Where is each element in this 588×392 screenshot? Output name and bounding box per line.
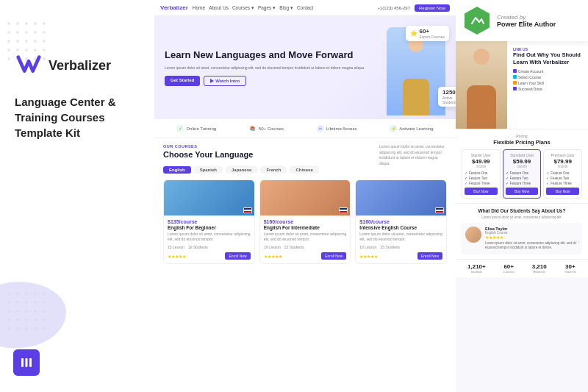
courses-section: Our Courses Choose Your Language Lorem i… (154, 138, 456, 270)
svg-rect-0 (21, 358, 24, 367)
stat-courses: 60+ Courses (503, 263, 514, 274)
course-price-2: $160/course (264, 219, 347, 224)
blob-decoration (0, 282, 66, 348)
course-footer-2: ★★★★★ Enroll Now (264, 252, 347, 260)
play-icon (210, 79, 214, 83)
watch-intro-button[interactable]: Watch Intro (204, 76, 246, 86)
pricing-title: Flexible Pricing Plans (462, 139, 582, 146)
plan-name-starter: Starter User (465, 153, 498, 157)
stat-students: 1,210+ Students (467, 263, 486, 274)
course-body-2: $160/course English For Intermediate Lor… (260, 215, 351, 263)
get-started-button[interactable]: Get Started (165, 76, 200, 86)
stats-row: 1,210+ Students 60+ Courses 3,210 Member… (456, 259, 588, 277)
nav-links: Home About Us Courses ▾ Pages ▾ Blog ▾ C… (193, 5, 373, 11)
hero-title: Learn New Languages and Move Forward (165, 49, 379, 62)
lifetime-icon: ♾ (317, 125, 324, 132)
online-tutoring-icon: ✓ (176, 125, 184, 132)
right-preview: Link Us Find Out Why You Should Learn Wi… (456, 41, 588, 392)
enroll-button-1[interactable]: Enroll Now (225, 252, 250, 260)
pricing-cards: Starter User $49.99 /month ✓Feature One … (462, 149, 582, 199)
course-image-3 (356, 180, 446, 215)
rh-feat-3: Learn Your Skill (513, 81, 582, 85)
plan-btn-standard[interactable]: Buy Now (506, 188, 539, 195)
enroll-button-2[interactable]: Enroll Now (321, 252, 346, 260)
rh-feat-1: Create Account (513, 69, 582, 74)
plan-btn-premium[interactable]: Buy Now (546, 188, 579, 195)
register-button[interactable]: Register Now (415, 4, 450, 12)
tab-chinese[interactable]: Chinese (290, 166, 318, 174)
pricing-label: Pricing (462, 134, 582, 138)
tab-japanese[interactable]: Japanese (226, 166, 257, 174)
plan-btn-starter[interactable]: Buy Now (465, 188, 498, 195)
hero-description: Lorem ipsum dolor sit amet, consectetur … (165, 65, 379, 71)
course-name-1: English For Beginner (168, 225, 251, 230)
tab-english[interactable]: English (163, 166, 191, 174)
stat-members: 3,210 Members (532, 263, 547, 274)
author-title: Power Elite Author (497, 21, 556, 28)
plan-amount-starter: $49.99 (465, 158, 498, 165)
svg-rect-2 (29, 358, 32, 367)
right-panel: Created by Power Elite Author Link Us Fi… (456, 0, 588, 392)
courses-header-left: Our Courses Choose Your Language (163, 144, 373, 163)
elementor-badge (13, 349, 40, 376)
course-desc-3: Lorem ipsum dolor sit amet, consectetur … (359, 232, 442, 242)
courses-icon: 📚 (249, 125, 257, 132)
stat-label-courses: Courses (503, 270, 514, 274)
students-1: 19 Students (188, 245, 208, 249)
hero-text: Learn New Languages and Move Forward Lor… (165, 49, 379, 86)
testimonial-title: What Did Our Students Say About Us? (462, 208, 582, 213)
course-tabs: English Spanish Japanese French Chinese (163, 166, 447, 174)
course-body-3: $160/course Intensive English Course Lor… (356, 215, 446, 263)
feat-dot-1 (513, 69, 517, 73)
rating-stars-1: ★★★★★ (168, 254, 186, 259)
tab-french[interactable]: French (260, 166, 287, 174)
enroll-button-3[interactable]: Enroll Now (417, 252, 442, 260)
author-hexagon (463, 7, 491, 35)
nav-phone: +1(123) 456-297 (377, 6, 410, 10)
plan-name-standard: Standard User (506, 153, 539, 157)
price-card-standard: Standard User $59.99 /month ✓Feature One… (503, 149, 542, 199)
rp-body (467, 85, 496, 129)
person-body (403, 79, 429, 115)
feature-learning: ⚡ Activate Learning (390, 125, 433, 132)
course-meta-1: 15 Lesson 19 Students (168, 245, 251, 249)
hero-image: ⭐ 60+ Expert Courses 1250+ Active Studen… (379, 20, 445, 115)
testimonial-desc: Lorem ipsum dolor sit amet, consectetur … (462, 215, 582, 219)
testimonial-text: Lorem ipsum dolor sit amet, consectetur … (485, 241, 578, 251)
main-preview: Verbalizer Home About Us Courses ▾ Pages… (154, 0, 456, 392)
right-hero-text: Link Us Find Out Why You Should Learn Wi… (507, 41, 588, 129)
lessons-1: 15 Lesson (168, 245, 184, 249)
courses-title: Choose Your Language (163, 150, 373, 159)
feat-dot-3 (513, 81, 517, 85)
rating-stars-2: ★★★★★ (264, 254, 282, 259)
course-footer-1: ★★★★★ Enroll Now (168, 252, 251, 260)
plan-period-standard: /month (506, 165, 539, 168)
stat-teachers: 30+ Teachers (564, 263, 576, 274)
right-person-image (456, 41, 507, 129)
students-2: 22 Students (284, 245, 304, 249)
feature-lifetime: ♾ Lifetime Access (317, 125, 357, 132)
svg-rect-1 (26, 358, 28, 367)
testimonial-card: Elisa Taylor English Course ★★★★★ Lorem … (462, 223, 582, 254)
courses-description: Lorem ipsum dolor sit amet, consectetur … (373, 144, 447, 166)
price-card-premium: Premium User $79.99 /month ✓Feature One … (543, 149, 582, 199)
plan-features-premium: ✓Feature One ✓Feature Two ✓Feature Three (546, 171, 579, 185)
course-image-2 (260, 180, 351, 215)
course-footer-3: ★★★★★ Enroll Now (359, 252, 442, 260)
tab-spanish[interactable]: Spanish (194, 166, 223, 174)
course-card-intensive: $160/course Intensive English Course Lor… (355, 179, 447, 264)
author-text: Created by Power Elite Author (497, 14, 556, 28)
course-meta-2: 19 Lesson 22 Students (264, 245, 347, 249)
course-body-1: $135/course English For Beginner Lorem i… (164, 215, 254, 263)
course-desc-1: Lorem ipsum dolor sit amet, consectetur … (168, 232, 251, 242)
plan-period-starter: /month (465, 165, 498, 168)
flag-uk-2 (339, 207, 348, 213)
course-card-intermediate: $160/course English For Intermediate Lor… (259, 179, 351, 264)
course-name-2: English For Intermediate (264, 225, 347, 230)
site-nav: Verbalizer Home About Us Courses ▾ Pages… (154, 0, 456, 16)
stat-value-students: 1,210+ (467, 263, 486, 270)
rh-feat-2: Select Course (513, 75, 582, 79)
course-meta-3: 18 Lesson 25 Students (359, 245, 442, 249)
flag-uk-3 (435, 207, 444, 213)
rh-feat-4: Succeed Done (513, 87, 582, 91)
